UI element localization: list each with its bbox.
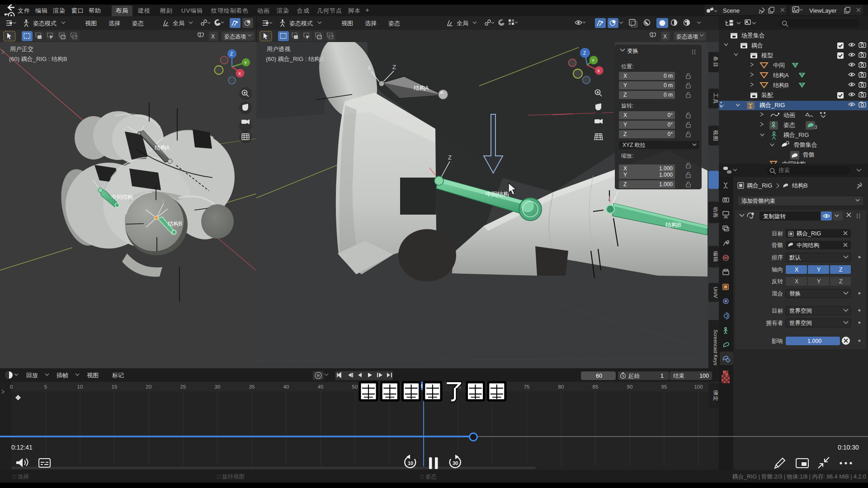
svg-text:65: 65 [455,384,461,389]
svg-text:Z: Z [392,64,396,70]
svg-text:结构B: 结构B [168,221,182,227]
svg-text:55: 55 [387,384,392,389]
svg-text:骨骼: 骨骼 [803,151,815,158]
svg-text:模型: 模型 [761,52,773,59]
svg-text:姿态选项: 姿态选项 [676,33,698,40]
svg-text:中间结构: 中间结构 [797,242,819,249]
svg-text:世界空间: 世界空间 [789,320,812,326]
svg-text:Y: Y [244,61,247,65]
svg-text:动画: 动画 [713,206,718,218]
svg-text:结构A: 结构A [155,145,170,151]
svg-text:结构B: 结构B [665,221,681,228]
svg-text:45: 45 [318,384,324,389]
svg-text:旋转:: 旋转: [621,103,633,109]
svg-text:选择: 选择 [108,20,120,27]
svg-text:(60) 耦合_RIG : 结构B: (60) 耦合_RIG : 结构B [266,56,324,62]
svg-text:结构B: 结构B [773,82,789,89]
svg-text:20: 20 [146,384,152,389]
svg-text:Y: Y [817,267,821,273]
svg-text:Y: Y [623,122,627,128]
svg-text:z: z [162,198,164,203]
svg-text:选择: 选择 [365,20,377,27]
svg-text:95: 95 [661,384,667,389]
svg-text:骨骼: 骨骼 [772,242,783,249]
svg-text:结构A: 结构A [414,85,429,91]
svg-text:X: X [663,33,667,40]
svg-text:中间结构: 中间结构 [782,160,806,164]
svg-text:1.000: 1.000 [659,172,673,178]
svg-text:Z: Z [839,267,843,273]
svg-text:100: 100 [694,384,703,389]
svg-text:缩放:: 缩放: [621,153,633,159]
svg-text:用户透视: 用户透视 [267,46,291,52]
svg-text:85: 85 [593,384,599,389]
svg-text:搜索: 搜索 [778,167,790,174]
svg-text:绑定: 绑定 [713,390,718,402]
svg-text:1: 1 [660,373,664,379]
svg-text:X: X [795,267,799,273]
svg-text:结构A: 结构A [773,72,789,79]
svg-text:世界空间: 世界空间 [789,308,812,314]
svg-text:回放: 回放 [26,372,38,379]
svg-text:(60) 耦合_RIG : 结构B: (60) 耦合_RIG : 结构B [9,56,67,62]
svg-text:X: X [623,112,627,118]
svg-text:XYZ 欧拉: XYZ 欧拉 [623,142,646,148]
svg-text:1.000: 1.000 [659,165,673,172]
svg-text:X: X [368,65,372,71]
svg-text:60: 60 [596,373,602,379]
svg-text:ViewLayer: ViewLayer [809,7,837,14]
svg-text:条目: 条目 [713,56,718,68]
svg-text:中间: 中间 [773,62,785,69]
svg-text:30: 30 [215,384,221,389]
svg-text:X: X [623,73,627,79]
svg-text:耦合: 耦合 [751,42,763,49]
svg-text:变换: 变换 [627,48,638,54]
svg-text:Y: Y [623,172,627,178]
svg-text:z: z [144,122,146,127]
svg-text:姿态选项: 姿态选项 [224,33,246,40]
svg-text:拥有者: 拥有者 [766,320,783,326]
svg-text:混合: 混合 [772,291,783,297]
svg-text:复制旋转: 复制旋转 [763,213,786,220]
svg-text:姿态: 姿态 [783,122,795,128]
svg-text:标记: 标记 [112,372,124,379]
svg-text:Z: Z [448,154,452,161]
svg-text:x: x [123,127,125,131]
svg-text:目标: 目标 [772,308,783,314]
svg-text:0: 0 [10,384,13,389]
svg-text:0°: 0° [668,112,673,118]
svg-text:视图: 视图 [713,130,718,141]
svg-text:Z: Z [583,51,586,56]
svg-text:UniV: UniV [713,287,718,298]
svg-text:80: 80 [558,384,564,389]
svg-text:位置:: 位置: [621,63,633,70]
svg-text:姿态模式: 姿态模式 [289,20,313,27]
svg-text:工具: 工具 [712,93,718,104]
svg-text:5: 5 [44,384,47,389]
svg-text:0°: 0° [668,122,673,128]
svg-text:视图: 视图 [341,20,353,27]
svg-text:15: 15 [112,384,118,389]
svg-text:25: 25 [180,384,186,389]
svg-text:装配: 装配 [761,92,773,99]
svg-text:全局: 全局 [457,20,468,27]
svg-text:场景集合: 场景集合 [741,32,765,39]
svg-text:中间结构: 中间结构 [111,194,133,200]
svg-text:姿态: 姿态 [388,20,400,27]
svg-text:姿态模式: 姿态模式 [33,20,57,27]
svg-text:X: X [211,33,215,40]
svg-text:结构B: 结构B [792,182,808,189]
svg-text:Y: Y [592,58,594,63]
svg-text:姿态: 姿态 [132,20,144,27]
svg-text:插帧: 插帧 [56,372,68,379]
svg-text:Y: Y [623,82,627,89]
svg-text:50: 50 [352,384,358,389]
svg-text:动画: 动画 [783,112,795,118]
svg-text:1.000: 1.000 [659,181,673,188]
svg-text:Scene: Scene [723,7,740,14]
svg-text:视图: 视图 [85,20,97,27]
svg-text:视图: 视图 [87,372,99,379]
svg-text:目标: 目标 [772,230,783,237]
svg-text:排序: 排序 [772,254,783,261]
svg-text:90: 90 [627,384,633,389]
